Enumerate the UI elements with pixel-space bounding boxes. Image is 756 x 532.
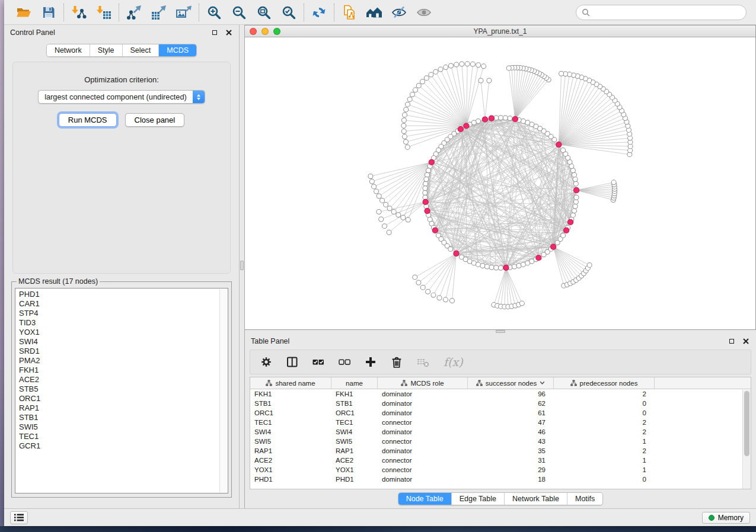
graph-node[interactable] — [403, 140, 408, 145]
save-session-button[interactable] — [39, 3, 58, 22]
first-neighbors-button[interactable] — [365, 3, 384, 22]
refresh-view-button[interactable] — [310, 3, 328, 22]
mcds-result-item[interactable]: SWI4 — [19, 337, 228, 347]
graph-node[interactable] — [561, 233, 566, 238]
table-row[interactable]: YOX1YOX1connector291 — [250, 465, 742, 475]
graph-node[interactable] — [572, 172, 577, 177]
graph-node[interactable] — [420, 285, 425, 290]
zoom-in-button[interactable] — [205, 3, 224, 22]
graph-node[interactable] — [498, 116, 503, 120]
graph-node[interactable] — [470, 62, 475, 66]
memory-button[interactable]: Memory — [702, 512, 750, 524]
graph-node[interactable] — [433, 69, 438, 74]
add-row-button[interactable] — [364, 355, 377, 368]
graph-node[interactable] — [401, 123, 406, 128]
graph-node[interactable] — [404, 107, 409, 112]
graph-node[interactable] — [401, 215, 406, 220]
graph-mcds-node[interactable] — [574, 187, 579, 193]
close-table-panel-button[interactable] — [742, 337, 750, 345]
graph-node[interactable] — [387, 206, 392, 211]
tab-network-table[interactable]: Network Table — [505, 493, 567, 505]
graph-node[interactable] — [503, 116, 508, 120]
export-image-button[interactable] — [174, 3, 193, 22]
splitter-handle[interactable] — [240, 261, 244, 270]
float-table-panel-button[interactable] — [728, 337, 736, 345]
mcds-result-item[interactable]: ORC1 — [19, 394, 228, 403]
graph-node[interactable] — [573, 200, 578, 204]
graph-node[interactable] — [460, 62, 464, 66]
graph-mcds-node[interactable] — [536, 255, 541, 261]
graph-node[interactable] — [405, 145, 410, 149]
graph-node[interactable] — [403, 113, 407, 117]
mcds-result-item[interactable]: FKH1 — [19, 366, 228, 375]
graph-node[interactable] — [426, 289, 430, 294]
zoom-fit-button[interactable] — [254, 3, 273, 22]
graph-node[interactable] — [519, 301, 524, 306]
mcds-result-item[interactable]: GCR1 — [19, 441, 228, 451]
graph-node[interactable] — [377, 194, 381, 198]
table-row[interactable]: STB1STB1dominator620 — [250, 399, 742, 408]
graph-node[interactable] — [374, 189, 379, 194]
show-all-button[interactable] — [414, 3, 433, 22]
task-history-button[interactable] — [10, 511, 28, 524]
delete-rows-button[interactable] — [390, 355, 403, 368]
close-panel-button[interactable] — [225, 28, 233, 37]
vertical-splitter[interactable] — [239, 25, 245, 508]
tab-style[interactable]: Style — [90, 44, 123, 56]
graph-node[interactable] — [413, 88, 417, 92]
network-graph[interactable] — [245, 37, 755, 329]
column-header-name[interactable]: name — [331, 377, 378, 389]
graph-mcds-node[interactable] — [454, 251, 459, 256]
graph-node[interactable] — [424, 177, 429, 182]
graph-node[interactable] — [611, 180, 616, 185]
column-header-successor-nodes[interactable]: successor nodes — [468, 377, 554, 389]
tab-mcds[interactable]: MCDS — [159, 44, 196, 56]
network-titlebar[interactable]: YPA_prune.txt_1 — [245, 25, 755, 37]
graph-node[interactable] — [570, 213, 575, 217]
mcds-result-item[interactable]: CAR1 — [19, 299, 228, 309]
open-session-button[interactable] — [14, 3, 33, 22]
graph-mcds-node[interactable] — [458, 126, 463, 132]
graph-node[interactable] — [380, 198, 385, 203]
graph-node[interactable] — [423, 186, 428, 191]
graph-node[interactable] — [480, 264, 485, 268]
graph-mcds-node[interactable] — [464, 123, 469, 129]
graph-node[interactable] — [443, 297, 448, 302]
graph-mcds-node[interactable] — [482, 117, 487, 122]
close-panel-button-mcds[interactable]: Close panel — [125, 113, 185, 127]
graph-node[interactable] — [573, 181, 578, 186]
graph-node[interactable] — [487, 78, 492, 83]
mcds-result-item[interactable]: PHD1 — [19, 290, 228, 299]
graph-node[interactable] — [508, 116, 512, 121]
graph-node[interactable] — [423, 190, 428, 195]
mcds-result-item[interactable]: STB1 — [19, 413, 228, 422]
search-box[interactable] — [576, 5, 747, 20]
mcds-result-item[interactable]: SRD1 — [19, 347, 228, 356]
tab-motifs[interactable]: Motifs — [567, 493, 602, 505]
graph-node[interactable] — [559, 71, 564, 76]
maximize-window-icon[interactable] — [273, 28, 280, 35]
graph-node[interactable] — [444, 65, 448, 70]
mcds-result-item[interactable]: TEC1 — [19, 432, 228, 441]
graph-node[interactable] — [476, 63, 481, 68]
graph-node[interactable] — [368, 174, 373, 179]
graph-mcds-node[interactable] — [429, 159, 434, 165]
graph-node[interactable] — [506, 66, 511, 70]
graph-node[interactable] — [382, 224, 387, 229]
select-all-button[interactable] — [312, 355, 325, 368]
graph-node[interactable] — [406, 217, 410, 222]
graph-node[interactable] — [438, 67, 443, 72]
graph-node[interactable] — [396, 213, 401, 217]
graph-node[interactable] — [494, 265, 499, 270]
graph-node[interactable] — [420, 79, 425, 84]
graph-node[interactable] — [572, 209, 577, 213]
table-row[interactable]: TEC1TEC1connector472 — [250, 418, 742, 427]
function-builder-button[interactable]: f(x) — [444, 355, 463, 368]
mcds-result-item[interactable]: STP4 — [19, 309, 228, 318]
graph-node[interactable] — [416, 84, 421, 88]
graph-node[interactable] — [489, 265, 494, 270]
import-network-button[interactable] — [69, 3, 88, 22]
graph-node[interactable] — [431, 293, 436, 297]
graph-node[interactable] — [384, 202, 388, 207]
column-header-shared-name[interactable]: shared name — [250, 377, 331, 389]
